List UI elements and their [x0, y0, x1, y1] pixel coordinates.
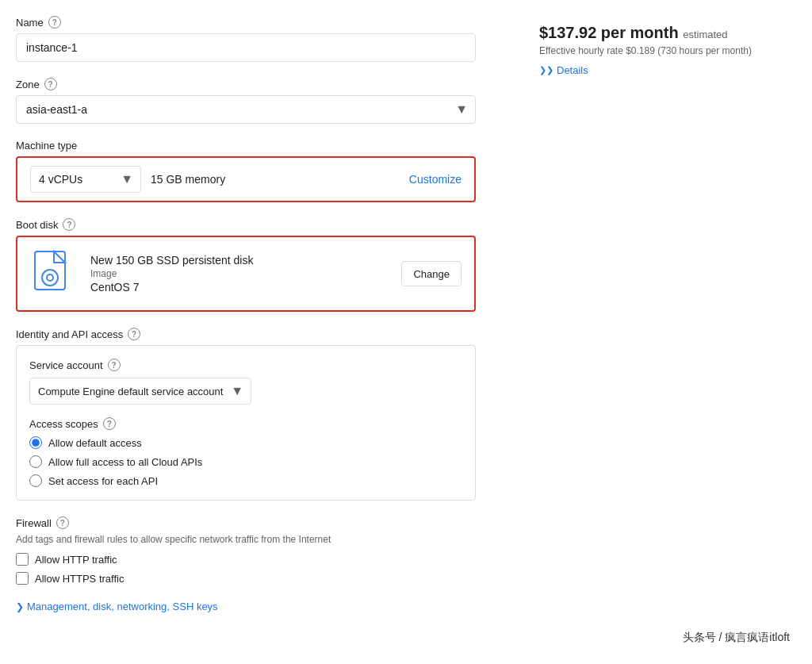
name-help-icon[interactable]: ? — [48, 16, 61, 29]
disk-os: CentOS 7 — [90, 281, 389, 294]
machine-type-box: 4 vCPUs 1 vCPU 2 vCPUs 8 vCPUs ▼ 15 GB m… — [16, 156, 476, 202]
disk-info: New 150 GB SSD persistent disk Image Cen… — [90, 254, 389, 294]
service-account-label: Service account ? — [29, 359, 462, 371]
identity-section-box: Service account ? Compute Engine default… — [16, 345, 476, 501]
radio-set-each-input[interactable] — [29, 474, 42, 487]
access-scopes-label: Access scopes ? — [29, 417, 462, 430]
radio-allow-default-input[interactable] — [29, 436, 42, 449]
http-traffic-checkbox[interactable] — [16, 553, 29, 566]
access-scopes-radio-group: Allow default access Allow full access t… — [29, 436, 462, 487]
firewall-label-text: Firewall — [16, 517, 52, 529]
zone-label: Zone ? — [16, 78, 508, 90]
svg-point-1 — [42, 270, 58, 286]
radio-allow-full-label: Allow full access to all Cloud APIs — [48, 456, 202, 468]
http-traffic-checkbox-label[interactable]: Allow HTTP traffic — [16, 553, 508, 566]
zone-select[interactable]: asia-east1-a us-central1-a us-east1-b — [16, 95, 476, 124]
zone-select-wrapper: asia-east1-a us-central1-a us-east1-b ▼ — [16, 95, 476, 124]
http-traffic-label: Allow HTTP traffic — [35, 554, 117, 566]
boot-disk-help-icon[interactable]: ? — [63, 218, 75, 231]
disk-icon — [30, 250, 78, 297]
firewall-field-group: Firewall ? Add tags and firewall rules t… — [16, 516, 508, 585]
svg-point-2 — [47, 274, 53, 281]
radio-set-each-label: Set access for each API — [48, 475, 158, 487]
machine-type-field-group: Machine type 4 vCPUs 1 vCPU 2 vCPUs 8 vC… — [16, 140, 508, 202]
radio-allow-full[interactable]: Allow full access to all Cloud APIs — [29, 455, 462, 468]
radio-set-each[interactable]: Set access for each API — [29, 474, 462, 487]
name-label-text: Name — [16, 17, 44, 29]
customize-link[interactable]: Customize — [409, 173, 462, 186]
machine-type-label: Machine type — [16, 140, 508, 152]
price-estimated-text: estimated — [683, 29, 727, 40]
firewall-label: Firewall ? — [16, 516, 508, 529]
price-hourly-text: Effective hourly rate $0.189 (730 hours … — [539, 45, 777, 56]
cpu-select[interactable]: 4 vCPUs 1 vCPU 2 vCPUs 8 vCPUs — [30, 166, 141, 193]
watermark-text: 头条号 / 疯言疯语itloft — [676, 628, 796, 628]
details-link-text: Details — [557, 64, 588, 76]
price-display: $137.92 per month estimated — [539, 24, 777, 42]
cpu-select-wrapper: 4 vCPUs 1 vCPU 2 vCPUs 8 vCPUs ▼ — [30, 166, 141, 193]
service-account-label-text: Service account — [29, 359, 103, 371]
firewall-description: Add tags and firewall rules to allow spe… — [16, 534, 508, 545]
price-amount: $137.92 per month estimated — [539, 24, 728, 41]
radio-allow-default[interactable]: Allow default access — [29, 436, 462, 449]
management-link-text: Management, disk, networking, SSH keys — [27, 601, 218, 612]
radio-allow-full-input[interactable] — [29, 455, 42, 468]
boot-disk-box: New 150 GB SSD persistent disk Image Cen… — [16, 236, 476, 312]
name-label: Name ? — [16, 16, 508, 29]
identity-label-text: Identity and API access — [16, 328, 123, 340]
price-value: $137.92 per month — [539, 24, 679, 41]
pricing-sidebar: $137.92 per month estimated Effective ho… — [508, 16, 777, 612]
management-link[interactable]: ❯ Management, disk, networking, SSH keys — [16, 601, 508, 612]
service-account-help-icon[interactable]: ? — [108, 359, 121, 371]
identity-help-icon[interactable]: ? — [128, 328, 140, 340]
boot-disk-field-group: Boot disk ? New 150 GB SSD persistent di… — [16, 218, 508, 312]
service-account-select-wrapper: Compute Engine default service account ▼ — [29, 378, 251, 405]
machine-memory-text: 15 GB memory — [151, 173, 225, 186]
service-account-select[interactable]: Compute Engine default service account — [29, 378, 251, 405]
radio-allow-default-label: Allow default access — [48, 437, 142, 449]
name-input[interactable] — [16, 33, 476, 62]
zone-label-text: Zone — [16, 79, 40, 90]
name-field-group: Name ? — [16, 16, 508, 62]
https-traffic-label: Allow HTTPS traffic — [35, 573, 124, 585]
zone-help-icon[interactable]: ? — [44, 78, 57, 90]
machine-type-label-text: Machine type — [16, 140, 77, 152]
disk-image-label: Image — [90, 268, 389, 279]
details-chevron-icon: ❯❯ — [539, 65, 553, 75]
details-link[interactable]: ❯❯ Details — [539, 64, 777, 76]
identity-field-group: Identity and API access ? Service accoun… — [16, 328, 508, 501]
change-boot-disk-button[interactable]: Change — [401, 261, 462, 286]
identity-label: Identity and API access ? — [16, 328, 508, 340]
https-traffic-checkbox-label[interactable]: Allow HTTPS traffic — [16, 572, 508, 585]
access-scopes-help-icon[interactable]: ? — [103, 417, 116, 430]
management-chevron-icon: ❯ — [16, 601, 24, 612]
disk-title: New 150 GB SSD persistent disk — [90, 254, 389, 267]
boot-disk-label: Boot disk ? — [16, 218, 508, 231]
zone-field-group: Zone ? asia-east1-a us-central1-a us-eas… — [16, 78, 508, 124]
firewall-help-icon[interactable]: ? — [56, 516, 69, 529]
access-scopes-label-text: Access scopes — [29, 418, 98, 430]
https-traffic-checkbox[interactable] — [16, 572, 29, 585]
boot-disk-label-text: Boot disk — [16, 219, 58, 231]
